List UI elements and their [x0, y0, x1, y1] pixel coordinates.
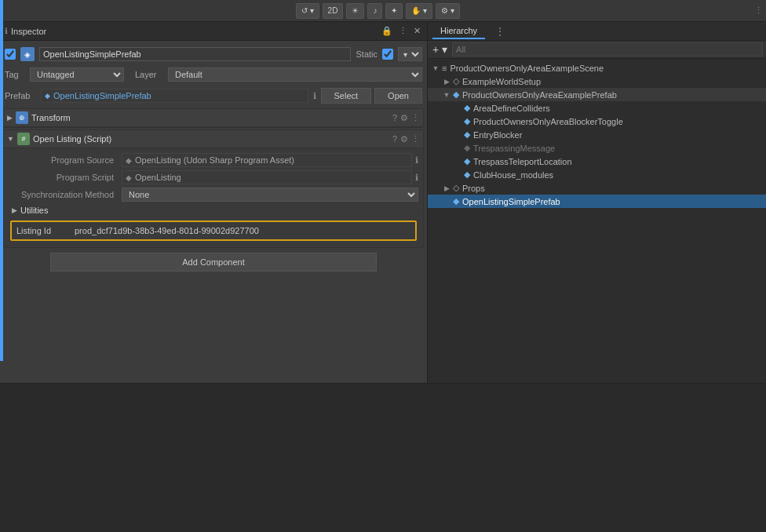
open-listing-header[interactable]: ▼ # Open Listing (Script) ? ⚙ ⋮	[4, 130, 423, 148]
tree-item-8[interactable]: ▶ ◇ Props	[428, 181, 766, 195]
static-checkbox[interactable]	[382, 49, 393, 60]
prefab-open-btn[interactable]: Open	[374, 88, 422, 104]
tag-select[interactable]: Untagged	[30, 67, 124, 82]
info-icon: ℹ	[5, 27, 8, 35]
tree-item-9[interactable]: ◆ OpenListingSimplePrefab	[428, 195, 766, 208]
prefab-icon-1: ◆	[453, 89, 459, 100]
toolbar-dots[interactable]: ⋮	[754, 5, 763, 16]
prefab-info-icon[interactable]: ℹ	[313, 91, 316, 101]
fx-btn[interactable]: ✦	[385, 3, 403, 19]
inspector-title: Inspector	[11, 27, 377, 36]
tag-label: Tag	[5, 70, 25, 79]
program-script-info-icon[interactable]: ℹ	[415, 173, 418, 183]
tree-label-7: ClubHouse_modules	[473, 170, 553, 180]
program-source-icon: ◆	[126, 156, 132, 165]
open-listing-script-component: ▼ # Open Listing (Script) ? ⚙ ⋮ Program …	[3, 129, 424, 248]
prefab-icon: ◆	[45, 92, 50, 100]
add-dropdown-icon: ▾	[442, 43, 447, 56]
tree-label-6: TrespassTeleportLocation	[473, 157, 572, 166]
tree-item-2[interactable]: ◆ AreaDefineColliders	[428, 101, 766, 115]
tag-layer-row: Tag Untagged Layer Default	[3, 66, 424, 83]
light-icon: ☀	[352, 6, 359, 15]
2d-btn[interactable]: 2D	[323, 3, 344, 19]
static-dropdown[interactable]: ▾	[398, 47, 422, 61]
inspector-close-btn[interactable]: ✕	[412, 26, 422, 36]
tree-item-7[interactable]: ◆ ClubHouse_modules	[428, 168, 766, 181]
cube-icon: ◈	[24, 50, 31, 59]
go-icon-8: ◇	[453, 183, 459, 193]
open-listing-body: Program Source ◆ OpenListing (Udon Sharp…	[4, 148, 423, 247]
expand-icon-0: ▶	[442, 78, 451, 86]
light-btn[interactable]: ☀	[346, 3, 364, 19]
layer-select[interactable]: Default	[168, 67, 422, 82]
tree-item-1[interactable]: ▼ ◆ ProductOwnersOnlyAreaExamplePrefab	[428, 88, 766, 101]
hierarchy-tab[interactable]: Hierarchy	[432, 24, 485, 39]
prefab-icon-4: ◆	[464, 129, 470, 140]
listing-id-row: Listing Id	[10, 220, 417, 241]
audio-btn[interactable]: ♪	[367, 3, 382, 19]
listing-id-input[interactable]	[71, 225, 414, 236]
lock-btn[interactable]: 🔒	[380, 26, 394, 36]
sync-method-select[interactable]: None	[122, 188, 418, 202]
listing-id-label: Listing Id	[13, 226, 68, 235]
tree-item-4[interactable]: ◆ EntryBlocker	[428, 128, 766, 141]
transform-header[interactable]: ▶ ⊕ Transform ? ⚙ ⋮	[4, 109, 423, 127]
tree-item-0[interactable]: ▶ ◇ ExampleWorldSetup	[428, 75, 766, 88]
prefab-select-btn[interactable]: Select	[321, 88, 372, 104]
utilities-row[interactable]: ▶ Utilities	[9, 203, 418, 217]
rotate-tool-btn[interactable]: ↺ ▾	[296, 3, 319, 19]
hierarchy-dots-icon[interactable]: ⋮	[494, 25, 505, 38]
inspector-header: ℹ Inspector 🔒 ⋮ ✕	[0, 22, 427, 41]
prefab-value: ◆ OpenListingSimplePrefab	[41, 89, 308, 103]
transform-component: ▶ ⊕ Transform ? ⚙ ⋮	[3, 108, 424, 128]
program-source-row: Program Source ◆ OpenListing (Udon Sharp…	[9, 151, 418, 169]
tree-label-0: ExampleWorldSetup	[462, 77, 541, 86]
transform-help-btn[interactable]: ?	[392, 113, 397, 122]
top-toolbar: ↺ ▾ 2D ☀ ♪ ✦ ✋ ▾ ⚙ ▾ ⋮	[0, 0, 766, 22]
prefab-actions: Select Open	[321, 88, 423, 104]
open-listing-title: Open Listing (Script)	[33, 134, 389, 144]
inspector-menu-btn[interactable]: ⋮	[397, 26, 409, 36]
open-listing-settings-btn[interactable]: ⚙	[400, 134, 408, 144]
gizmos-btn[interactable]: ⚙ ▾	[436, 3, 460, 19]
hierarchy-content: ▼ ≡ ProductOwnersOnlyAreaExampleScene ▶ …	[428, 59, 766, 383]
hand-icon: ✋	[411, 6, 421, 15]
add-component-btn[interactable]: Add Component	[50, 253, 377, 271]
hand-dropdown-icon: ▾	[423, 6, 427, 15]
prefab-icon-9: ◆	[453, 196, 459, 206]
program-script-icon: ◆	[126, 173, 132, 182]
transform-settings-btn[interactable]: ⚙	[400, 113, 408, 123]
tree-item-6[interactable]: ◆ TrespassTeleportLocation	[428, 155, 766, 168]
rotate-icon: ↺	[301, 6, 308, 15]
transform-menu-btn[interactable]: ⋮	[411, 113, 420, 123]
script-glyph: #	[21, 135, 25, 143]
layer-label: Layer	[135, 70, 163, 79]
sync-method-row: Synchronization Method None	[9, 186, 418, 203]
hierarchy-toolbar: + ▾	[428, 41, 766, 59]
hierarchy-add-btn[interactable]: + ▾	[431, 43, 449, 56]
open-listing-help-btn[interactable]: ?	[392, 134, 397, 144]
gameobject-name-input[interactable]	[39, 47, 351, 61]
prefab-icon-5: ◆	[464, 143, 470, 153]
hand-btn[interactable]: ✋ ▾	[406, 3, 432, 19]
tree-label-2: AreaDefineColliders	[473, 104, 550, 113]
tree-item-5[interactable]: ◆ TrespassingMessage	[428, 141, 766, 155]
hierarchy-search-input[interactable]	[452, 42, 763, 56]
transform-title: Transform	[31, 113, 389, 122]
prefab-row: Prefab ◆ OpenListingSimplePrefab ℹ Selec…	[3, 86, 424, 105]
open-listing-expand-icon: ▼	[7, 135, 14, 143]
prefab-name: OpenListingSimplePrefab	[53, 91, 151, 100]
open-listing-menu-btn[interactable]: ⋮	[411, 134, 420, 144]
tree-item-3[interactable]: ◆ ProductOwnersOnlyAreaBlockerToggle	[428, 115, 766, 128]
scene-root-item[interactable]: ▼ ≡ ProductOwnersOnlyAreaExampleScene	[428, 62, 766, 75]
hierarchy-tabs: Hierarchy	[432, 24, 485, 39]
expand-icon-8: ▶	[442, 184, 451, 192]
prefab-label: Prefab	[5, 91, 36, 100]
plus-icon: +	[432, 43, 439, 56]
tree-label-5: TrespassingMessage	[473, 144, 555, 153]
gameobject-icon: ◈	[20, 47, 35, 61]
program-source-info-icon[interactable]: ℹ	[415, 155, 418, 166]
hierarchy-header: Hierarchy ⋮	[428, 22, 766, 41]
prefab-icon-2: ◆	[464, 103, 470, 113]
gameobject-enabled-checkbox[interactable]	[5, 49, 16, 60]
